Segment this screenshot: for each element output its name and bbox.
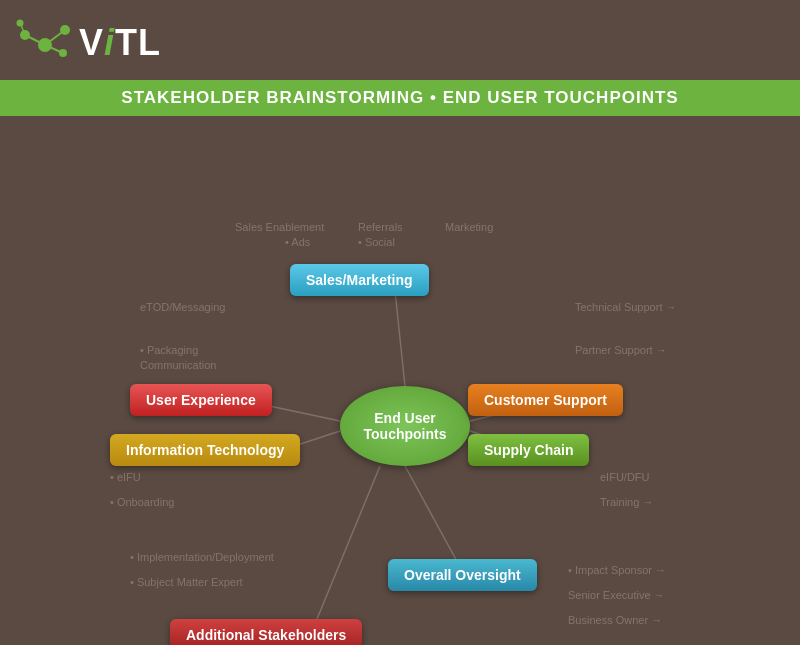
bg-packaging: • Packaging xyxy=(140,344,198,356)
title-bar: STAKEHOLDER BRAINSTORMING • END USER TOU… xyxy=(0,80,800,116)
svg-line-5 xyxy=(45,30,65,45)
bg-training: Training → xyxy=(600,496,653,508)
bg-sales-enablement: Sales Enablement xyxy=(235,221,324,233)
bg-partner-support: Partner Support → xyxy=(575,344,667,356)
bg-onboarding: • Onboarding xyxy=(110,496,174,508)
svg-point-8 xyxy=(17,20,24,27)
overall-oversight-label: Overall Oversight xyxy=(404,567,521,583)
bg-eifu-dfu: eIFU/DFU xyxy=(600,471,650,483)
svg-line-10 xyxy=(260,404,340,421)
bg-ads: • Ads xyxy=(285,236,310,248)
user-experience-box[interactable]: User Experience xyxy=(130,384,272,416)
bg-implementation: • Implementation/Deployment xyxy=(130,551,274,563)
bg-eifu: • eIFU xyxy=(110,471,141,483)
sales-marketing-label: Sales/Marketing xyxy=(306,272,413,288)
center-node-line1: End User xyxy=(374,410,435,426)
information-technology-box[interactable]: Information Technology xyxy=(110,434,300,466)
bg-business-owner: Business Owner → xyxy=(568,614,662,626)
center-node: End User Touchpoints xyxy=(340,386,470,466)
bg-impact-sponsor: • Impact Sponsor → xyxy=(568,564,666,576)
bg-senior-executive: Senior Executive → xyxy=(568,589,665,601)
title-text: STAKEHOLDER BRAINSTORMING • END USER TOU… xyxy=(121,88,678,107)
overall-oversight-box[interactable]: Overall Oversight xyxy=(388,559,537,591)
bg-marketing: Marketing xyxy=(445,221,493,233)
bg-referrals: Referrals xyxy=(358,221,403,233)
header: ViTL xyxy=(0,0,800,80)
user-experience-label: User Experience xyxy=(146,392,256,408)
center-node-line2: Touchpoints xyxy=(364,426,447,442)
logo-icon xyxy=(15,15,75,70)
logo-text: ViTL xyxy=(79,22,161,64)
svg-line-9 xyxy=(395,291,405,386)
bg-communication: Communication xyxy=(140,359,216,371)
supply-chain-box[interactable]: Supply Chain xyxy=(468,434,589,466)
customer-support-label: Customer Support xyxy=(484,392,607,408)
supply-chain-label: Supply Chain xyxy=(484,442,573,458)
customer-support-box[interactable]: Customer Support xyxy=(468,384,623,416)
additional-stakeholders-label: Additional Stakeholders xyxy=(186,627,346,643)
bg-etod-messaging: eTOD/Messaging xyxy=(140,301,225,313)
bg-technical-support: Technical Support → xyxy=(575,301,677,313)
additional-stakeholders-box[interactable]: Additional Stakeholders xyxy=(170,619,362,645)
information-technology-label: Information Technology xyxy=(126,442,284,458)
bg-sme: • Subject Matter Expert xyxy=(130,576,243,588)
bg-social: • Social xyxy=(358,236,395,248)
main-area: Sales Enablement Referrals Marketing • A… xyxy=(0,116,800,645)
svg-line-15 xyxy=(310,466,380,636)
logo-container: ViTL xyxy=(15,15,161,70)
sales-marketing-box[interactable]: Sales/Marketing xyxy=(290,264,429,296)
